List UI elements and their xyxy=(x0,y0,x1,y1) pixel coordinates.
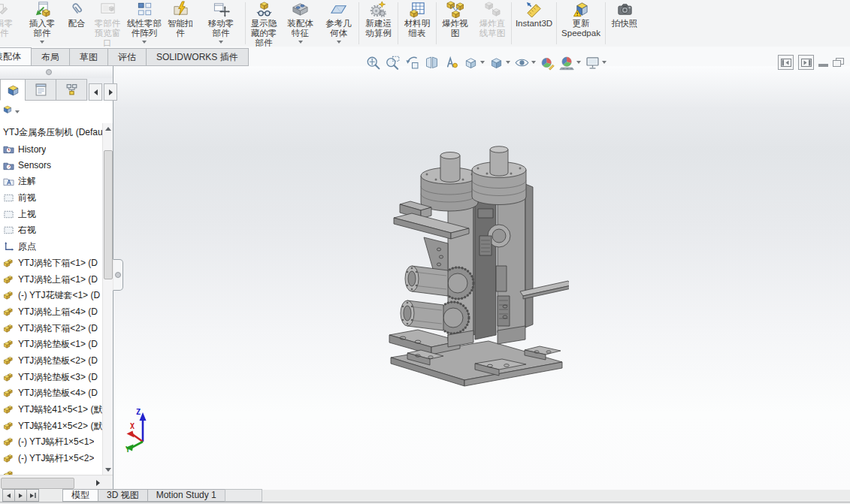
tree-horizontal-scrollbar[interactable] xyxy=(0,475,113,490)
tree-item[interactable] xyxy=(0,466,102,475)
view-orientation-button[interactable] xyxy=(463,55,485,71)
tab-sketch[interactable]: 草图 xyxy=(69,48,108,66)
ribbon-button-new-motion-study[interactable]: 新建运 动算例 xyxy=(359,0,398,47)
edit-appearance-button[interactable] xyxy=(540,55,555,71)
study-tabs-scroll-left-button[interactable] xyxy=(2,489,15,502)
tree-item[interactable]: YTJ涡轮垫板<1> (D xyxy=(0,337,102,353)
ribbon-button-assembly-features[interactable]: 装配体 特征 xyxy=(282,0,319,47)
tab-model[interactable]: 模型 xyxy=(62,489,98,502)
tree-item[interactable]: YTJ涡轮垫板<4> (D xyxy=(0,385,102,402)
tree-item[interactable]: 前视 xyxy=(0,190,102,207)
previous-view-button[interactable] xyxy=(404,55,420,71)
ribbon-button-smart-fasteners[interactable]: 智能扣 件 xyxy=(164,0,197,47)
ribbon-button-insert-component[interactable]: 插入零 部件 xyxy=(21,0,63,47)
ribbon-button-reference-geometry[interactable]: 参考几 何体 xyxy=(319,0,358,47)
tree-item[interactable]: (-) YTJ蜗杆1×5<2> xyxy=(0,451,102,467)
ribbon-button-component-preview[interactable]: 零部件 预览窗 口 xyxy=(90,0,125,47)
ribbon-button-instant3d[interactable]: Instant3D xyxy=(512,0,556,47)
cad-model-assembly[interactable] xyxy=(385,146,569,390)
panel-tabs-scroll-left-button[interactable] xyxy=(89,83,102,101)
annotation-view-button[interactable] xyxy=(443,55,459,71)
dropdown-caret-icon[interactable] xyxy=(602,61,606,64)
tab-layout[interactable]: 布局 xyxy=(31,48,70,66)
study-tabs-scroll-last-button[interactable] xyxy=(26,489,39,502)
tab-evaluate[interactable]: 评估 xyxy=(107,48,147,66)
tree-vertical-scrollbar[interactable] xyxy=(102,123,113,475)
dropdown-caret-icon[interactable] xyxy=(576,61,581,64)
ribbon-button-explode-line-sketch[interactable]: 爆炸直 线草图 xyxy=(473,0,511,47)
part-icon xyxy=(3,290,14,301)
tab-assembly[interactable]: 装配体 xyxy=(0,47,32,66)
ribbon-button-label: 智能扣 件 xyxy=(168,19,194,38)
horizontal-scroll-thumb[interactable] xyxy=(1,478,74,489)
collapse-right-pane-button[interactable] xyxy=(798,55,814,70)
solidworks-window: 编辑零 部件 插入零 部件 配合 零部件 预览窗 口 线性零部 件阵列 xyxy=(0,0,850,504)
restore-button[interactable] xyxy=(833,58,845,68)
ribbon-button-exploded-view[interactable]: 爆炸视 图 xyxy=(437,0,473,47)
tree-filter-icon[interactable] xyxy=(2,104,13,114)
view-settings-button[interactable] xyxy=(585,55,606,71)
panel-splitter-dot-icon[interactable] xyxy=(46,69,52,75)
tree-item[interactable]: 上视 xyxy=(0,206,102,222)
study-tabs-scroll-right-button[interactable] xyxy=(14,489,27,502)
tree-item[interactable]: 原点 xyxy=(0,239,102,255)
tree-item[interactable]: YTJ蜗轮41×5<1> (默 xyxy=(0,402,102,418)
featuremanager-tab[interactable] xyxy=(0,79,26,101)
display-style-button[interactable] xyxy=(489,55,510,71)
tab-motion-study-1[interactable]: Motion Study 1 xyxy=(147,489,225,502)
tree-item[interactable]: 注解 xyxy=(0,174,102,190)
tree-item[interactable]: YTJ涡轮下箱<2> (D xyxy=(0,320,102,337)
hide-show-items-button[interactable] xyxy=(514,55,536,71)
configurationmanager-tab[interactable] xyxy=(56,79,87,101)
ribbon-button-update-speedpak[interactable]: 更新 Speedpak xyxy=(557,0,605,47)
zoom-to-area-button[interactable] xyxy=(385,55,401,71)
minimize-button[interactable] xyxy=(818,64,828,67)
tab-solidworks-addins[interactable]: SOLIDWORKS 插件 xyxy=(146,48,249,66)
ribbon-button-move-component[interactable]: 移动零 部件 xyxy=(197,0,245,47)
ribbon-button-edit-component[interactable]: 编辑零 部件 xyxy=(0,0,21,47)
panel-splitter-handle[interactable] xyxy=(113,259,123,291)
tree-item[interactable]: (-) YTJ蜗杆1×5<1> xyxy=(0,434,102,451)
tree-item[interactable]: (-) YTJ花键套<1> (D xyxy=(0,288,102,304)
tree-item[interactable]: YTJ涡轮下箱<1> (D xyxy=(0,255,102,272)
tree-item-label: Sensors xyxy=(18,160,51,171)
scroll-up-button[interactable] xyxy=(103,123,113,134)
apply-scene-button[interactable] xyxy=(559,55,581,71)
tree-filter-dropdown-caret-icon[interactable] xyxy=(15,110,20,113)
tree-item-label: 原点 xyxy=(18,240,36,253)
dropdown-caret-icon[interactable] xyxy=(480,61,485,64)
ribbon-button-linear-component-pattern[interactable]: 线性零部 件阵列 xyxy=(125,0,164,47)
tab-3d-views[interactable]: 3D 视图 xyxy=(98,489,148,502)
tree-item[interactable]: YTJ涡轮垫板<3> (D xyxy=(0,369,102,385)
tree-item[interactable]: YTJ涡轮垫板<2> (D xyxy=(0,353,102,370)
tree-item[interactable]: 右视 xyxy=(0,222,102,239)
panel-tabs-scroll-right-button[interactable] xyxy=(104,83,117,101)
part-icon xyxy=(3,388,14,399)
vertical-scroll-thumb[interactable] xyxy=(104,150,113,279)
tree-item-root[interactable]: YTJ金属条压制机 (Defau xyxy=(0,125,102,141)
edit-appearance-icon xyxy=(540,55,555,71)
ribbon-button-label: 更新 Speedpak xyxy=(561,19,600,38)
propertymanager-tab[interactable] xyxy=(25,79,56,101)
tree-item[interactable]: YTJ涡轮上箱<4> (D xyxy=(0,304,102,321)
section-view-button[interactable] xyxy=(424,55,440,71)
tree-item[interactable]: Sensors xyxy=(0,157,102,174)
ribbon-button-take-snapshot[interactable]: 拍快照 xyxy=(606,0,643,47)
scroll-down-button[interactable] xyxy=(103,464,113,475)
ribbon-button-label: 配合 xyxy=(68,19,86,29)
zoom-to-fit-icon xyxy=(365,55,381,71)
ribbon-button-bill-of-materials[interactable]: 材料明 细表 xyxy=(398,0,436,47)
dropdown-caret-icon[interactable] xyxy=(506,61,510,64)
ribbon-button-show-hidden-components[interactable]: 显示隐 藏的零 部件 xyxy=(246,0,282,47)
collapse-left-pane-button[interactable] xyxy=(778,55,794,70)
tree-item-label: YTJ金属条压制机 (Defau xyxy=(3,126,102,139)
scroll-right-button[interactable] xyxy=(92,478,104,487)
zoom-to-fit-button[interactable] xyxy=(365,55,381,71)
tree-item[interactable]: YTJ蜗轮41×5<2> (默 xyxy=(0,418,102,434)
ribbon-button-mate[interactable]: 配合 xyxy=(63,0,90,47)
ribbon-strip: 编辑零 部件 插入零 部件 配合 零部件 预览窗 口 线性零部 件阵列 xyxy=(0,0,850,47)
tree-item[interactable]: YTJ涡轮上箱<1> (D xyxy=(0,271,102,288)
dropdown-caret-icon[interactable] xyxy=(531,61,536,64)
tree-item-label: 右视 xyxy=(18,224,36,237)
tree-item[interactable]: History xyxy=(0,141,102,158)
